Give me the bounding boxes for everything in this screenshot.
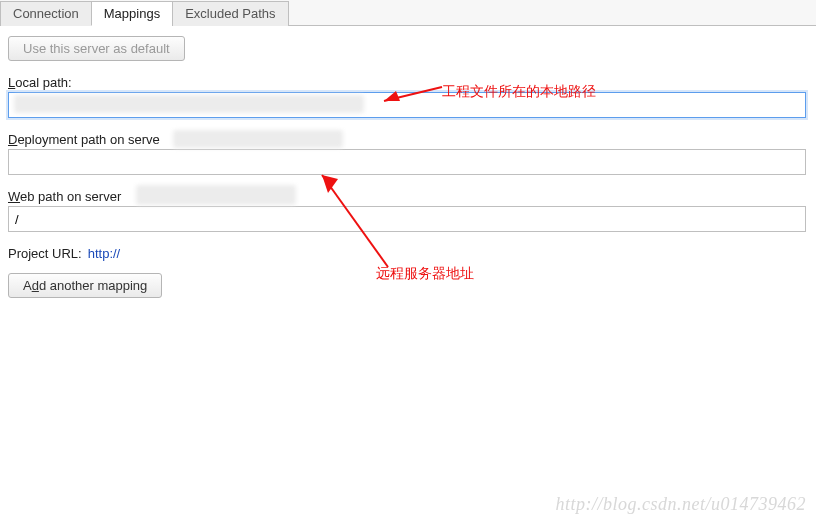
watermark: http://blog.csdn.net/u014739462 [556, 494, 806, 515]
tab-bar: Connection Mappings Excluded Paths [0, 0, 816, 26]
use-server-default-button: Use this server as default [8, 36, 185, 61]
project-url-label: Project URL: [8, 246, 82, 261]
annotation-local-path: 工程文件所在的本地路径 [442, 83, 596, 101]
redaction [136, 185, 296, 205]
tab-connection[interactable]: Connection [0, 1, 92, 26]
tab-mappings[interactable]: Mappings [91, 1, 173, 26]
web-path-label: Web path on server [8, 189, 808, 204]
add-another-mapping-button[interactable]: Add another mapping [8, 273, 162, 298]
deployment-path-input[interactable] [8, 149, 806, 175]
redaction [14, 95, 364, 113]
redaction [173, 130, 343, 148]
annotation-deploy-path: 远程服务器地址 [376, 265, 474, 283]
web-path-input[interactable] [8, 206, 806, 232]
project-url-value: http:// [88, 246, 121, 261]
local-path-label: Local path: [8, 75, 808, 90]
deployment-path-label: Deployment path on serve [8, 132, 808, 147]
tab-excluded-paths[interactable]: Excluded Paths [172, 1, 288, 26]
